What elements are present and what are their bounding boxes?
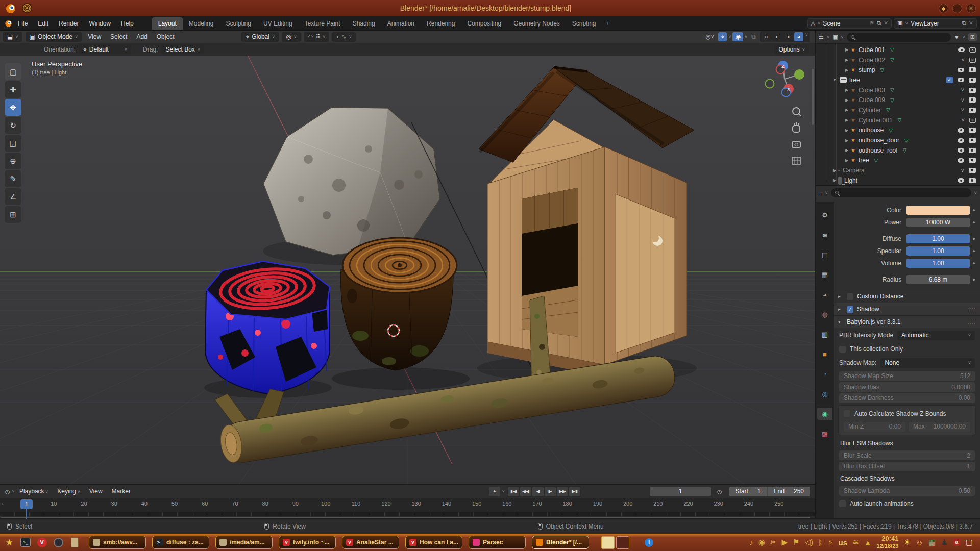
snap-toggle[interactable]: ◠⠿˅: [304, 32, 330, 42]
hide-viewport-toggle[interactable]: [958, 128, 964, 133]
scene-selector[interactable]: ◬˅ Scene ⚑ ⧉ ✕: [807, 18, 892, 29]
hide-viewport-toggle[interactable]: [958, 148, 964, 153]
hide-viewport-toggle[interactable]: [958, 78, 964, 82]
properties-options-icon[interactable]: ˅: [974, 190, 977, 195]
properties-tab-texture[interactable]: ▩: [817, 428, 832, 440]
window-menu-button[interactable]: ◆: [939, 4, 948, 13]
show-gizmo-toggle[interactable]: ⌖: [718, 32, 727, 41]
media-player-launcher-icon[interactable]: [52, 536, 64, 548]
task-button-twily-info-[interactable]: Vtwily.info ~...: [279, 536, 336, 549]
show-overlays-toggle[interactable]: ◉: [732, 32, 743, 41]
mode-selector[interactable]: ▣Object Mode˅: [26, 32, 82, 42]
workspace-tab-layout[interactable]: Layout: [152, 17, 183, 30]
outliner-row-cylinder-001[interactable]: ▶▼Cylinder.001▽˅✕: [816, 115, 980, 126]
tool-cursor[interactable]: ✚: [5, 81, 21, 98]
workspace-tab-texture-paint[interactable]: Texture Paint: [299, 17, 347, 30]
workspace-tab-modeling[interactable]: Modeling: [183, 17, 220, 30]
info-tray-icon[interactable]: i: [645, 538, 653, 547]
outliner-row-cube-009[interactable]: ▶▼Cube.009▽˅: [816, 95, 980, 105]
disable-render-toggle[interactable]: ✕: [969, 58, 976, 63]
outliner-search-input[interactable]: [847, 33, 951, 42]
auto-keying-button[interactable]: ●: [489, 487, 500, 496]
3d-viewport[interactable]: ⬓˅ ▣Object Mode˅ ViewSelectAddObject ⌖Gl…: [0, 31, 815, 484]
workspace-1[interactable]: [601, 536, 615, 549]
tool-measure[interactable]: ∠: [5, 188, 21, 205]
value-field[interactable]: 6.68 m: [906, 275, 970, 284]
expand-arrow-icon[interactable]: ▶: [843, 68, 850, 72]
new-collection-button[interactable]: ⊞: [968, 33, 977, 41]
task-button-smb-awv-[interactable]: smb://awv...: [89, 536, 146, 549]
properties-tab-object[interactable]: ■: [817, 348, 832, 360]
outliner-row-outhouse_door[interactable]: ▶▼outhouse_door▽: [816, 135, 980, 145]
properties-tab-physics[interactable]: ◔: [817, 368, 832, 380]
value-field[interactable]: 1.00: [906, 234, 970, 243]
editor-timeline-icon[interactable]: ◷: [5, 488, 10, 495]
disable-render-toggle[interactable]: [969, 108, 976, 113]
expand-arrow-icon[interactable]: ▶: [843, 118, 850, 122]
disable-render-toggle[interactable]: [969, 178, 976, 183]
outliner-row-outhouse_roof[interactable]: ▶▼outhouse_roof▽: [816, 145, 980, 156]
subpanel-checkbox[interactable]: ✓: [847, 306, 853, 313]
hide-viewport-toggle[interactable]: ˅: [961, 168, 964, 173]
animate-dot[interactable]: ●: [970, 261, 978, 266]
music-tray-icon[interactable]: ♪: [749, 538, 753, 547]
playhead[interactable]: 1: [20, 499, 33, 509]
workspace-tab-shading[interactable]: Shading: [347, 17, 381, 30]
wifi-tray-icon[interactable]: ≋: [852, 538, 859, 547]
expand-arrow-icon[interactable]: ▶: [831, 168, 838, 173]
disable-render-toggle[interactable]: [969, 78, 976, 83]
disable-render-toggle[interactable]: [969, 97, 976, 103]
outliner-row-stump[interactable]: ▶▼stump▽: [816, 65, 980, 75]
task-button-analiestar-[interactable]: VAnalieStar ...: [342, 536, 399, 549]
properties-tab-constraints[interactable]: ◎: [817, 388, 832, 400]
animate-dot[interactable]: ●: [970, 220, 978, 225]
3d-scene[interactable]: Z X: [0, 56, 815, 484]
terminal-launcher-icon[interactable]: >_: [19, 536, 32, 548]
viewport-menu-object[interactable]: Object: [152, 32, 179, 42]
menu-help[interactable]: Help: [116, 18, 139, 29]
hide-viewport-toggle[interactable]: [958, 158, 964, 163]
tool-annotate[interactable]: ✎: [5, 170, 21, 187]
hide-viewport-toggle[interactable]: ˅: [962, 118, 965, 122]
outliner-row-cube-001[interactable]: ▶▼Cube.001▽✕: [816, 45, 980, 55]
expand-arrow-icon[interactable]: ▶: [831, 178, 838, 183]
menu-window[interactable]: Window: [84, 18, 116, 29]
max-field[interactable]: Max1000000.00: [909, 422, 970, 432]
drag-dropdown[interactable]: Select Box˅: [161, 44, 204, 55]
properties-tab-view-layer[interactable]: ▦: [817, 268, 832, 281]
browser-launcher-icon[interactable]: V: [36, 536, 48, 548]
disable-render-toggle[interactable]: [969, 88, 976, 93]
properties-tab-world[interactable]: ◍: [817, 308, 832, 320]
workspace-tab-geometry-nodes[interactable]: Geometry Nodes: [507, 17, 566, 30]
shield-tray-icon[interactable]: ⚑: [793, 538, 799, 547]
task-button-how-can-i-a-[interactable]: VHow can I a...: [405, 536, 462, 549]
lamp-tray-icon[interactable]: ☀: [903, 538, 910, 547]
properties-tab-data[interactable]: ◉: [817, 408, 832, 420]
tool-transform[interactable]: ⊕: [5, 153, 21, 169]
workspace-tab-sculpting[interactable]: Sculpting: [220, 17, 257, 30]
disable-render-toggle[interactable]: [969, 158, 976, 163]
outliner-row-tree[interactable]: ▶▼tree▽: [816, 156, 980, 166]
min-z-field[interactable]: Min Z0.00: [844, 422, 905, 432]
disable-render-toggle[interactable]: [969, 148, 976, 153]
workspace-tab-compositing[interactable]: Compositing: [461, 17, 507, 30]
start-frame-field[interactable]: Start1: [729, 487, 767, 496]
hide-viewport-toggle[interactable]: ˅: [961, 88, 964, 92]
value-field[interactable]: 1.00: [906, 259, 970, 268]
timeline-menu-keying[interactable]: Keying ˅: [53, 486, 84, 496]
hide-viewport-toggle[interactable]: [958, 68, 964, 72]
tool-add-cube[interactable]: ⊞: [5, 206, 21, 223]
tool-scale[interactable]: ◱: [5, 135, 21, 152]
color-swatch[interactable]: [906, 206, 970, 215]
file-cabinet-launcher-icon[interactable]: [68, 536, 81, 548]
next-keyframe-button[interactable]: ▶▶: [557, 487, 568, 496]
orientation-dropdown[interactable]: ⌖Default˅: [79, 44, 131, 55]
blender-menu-icon[interactable]: [4, 19, 13, 28]
timeline-expand-arrow[interactable]: ›: [2, 502, 3, 507]
collapse-arrow-icon[interactable]: ▼: [831, 78, 838, 82]
wireframe-shading-icon[interactable]: ○: [762, 32, 771, 41]
checkbox[interactable]: [847, 293, 853, 300]
editor-type-button[interactable]: ⬓˅: [3, 32, 22, 42]
checkbox[interactable]: [839, 346, 846, 353]
subpanel-shadow[interactable]: ▸✓Shadow::::: [834, 303, 980, 315]
